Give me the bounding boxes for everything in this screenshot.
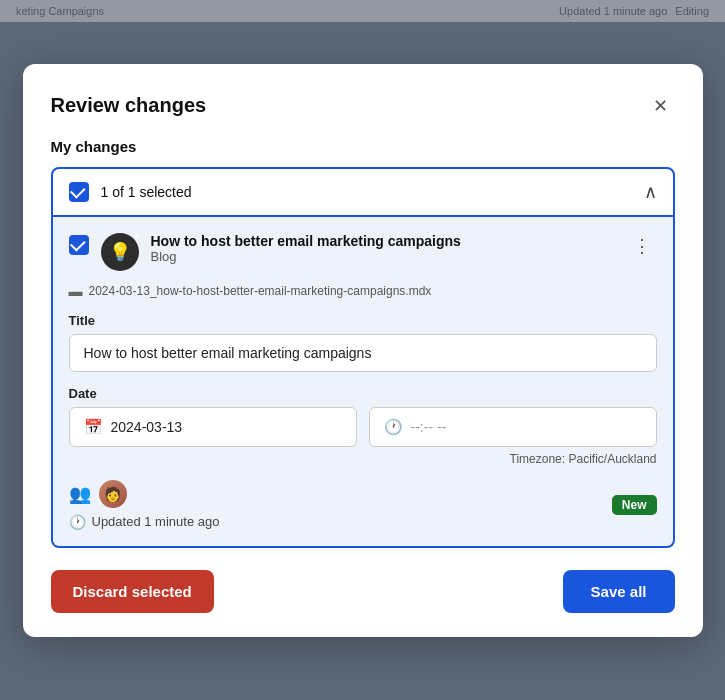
overlay: Review changes ✕ My changes 1 of 1 selec… bbox=[0, 0, 725, 700]
modal-header: Review changes ✕ bbox=[51, 92, 675, 120]
avatar: 🧑 bbox=[99, 480, 127, 508]
item-file: ▬ 2024-03-13_how-to-host-better-email-ma… bbox=[69, 283, 657, 299]
item-type: Blog bbox=[151, 249, 615, 264]
clock-icon: 🕐 bbox=[69, 514, 86, 530]
calendar-icon: 📅 bbox=[84, 418, 103, 436]
item-icon: 💡 ✦ bbox=[101, 233, 139, 271]
sparkles-icon: ✦ bbox=[133, 231, 141, 242]
date-input[interactable]: 📅 2024-03-13 bbox=[69, 407, 357, 447]
avatar-initials: 🧑 bbox=[104, 486, 121, 502]
bulb-icon: 💡 bbox=[109, 241, 131, 263]
chevron-up-icon[interactable]: ∧ bbox=[644, 181, 657, 203]
select-all-text: 1 of 1 selected bbox=[101, 184, 192, 200]
item-checkbox[interactable] bbox=[69, 235, 89, 255]
updated-time: Updated 1 minute ago bbox=[92, 514, 220, 529]
item-footer: 👥 🧑 🕐 Updated 1 minute ago New bbox=[69, 480, 657, 530]
footer-left: 👥 🧑 🕐 Updated 1 minute ago bbox=[69, 480, 220, 530]
file-path: 2024-03-13_how-to-host-better-email-mark… bbox=[89, 284, 432, 298]
title-input[interactable]: How to host better email marketing campa… bbox=[69, 334, 657, 372]
authors-icon: 👥 bbox=[69, 483, 91, 505]
select-all-row[interactable]: 1 of 1 selected ∧ bbox=[51, 167, 675, 217]
item-title-row: How to host better email marketing campa… bbox=[151, 233, 615, 249]
time-placeholder: --:-- -- bbox=[411, 419, 447, 435]
item-card: 💡 ✦ How to host better email marketing c… bbox=[51, 217, 675, 548]
item-name: How to host better email marketing campa… bbox=[151, 233, 461, 249]
date-field-label: Date bbox=[69, 386, 657, 401]
section-label: My changes bbox=[51, 138, 675, 155]
new-badge: New bbox=[612, 495, 657, 515]
date-time-row: 📅 2024-03-13 🕐 --:-- -- bbox=[69, 407, 657, 447]
review-changes-modal: Review changes ✕ My changes 1 of 1 selec… bbox=[23, 64, 703, 637]
title-field-section: Title How to host better email marketing… bbox=[69, 313, 657, 372]
title-field-label: Title bbox=[69, 313, 657, 328]
select-all-left: 1 of 1 selected bbox=[69, 182, 192, 202]
updated-row: 🕐 Updated 1 minute ago bbox=[69, 514, 220, 530]
modal-footer: Discard selected Save all bbox=[51, 570, 675, 613]
file-icon: ▬ bbox=[69, 283, 83, 299]
time-input[interactable]: 🕐 --:-- -- bbox=[369, 407, 657, 447]
close-button[interactable]: ✕ bbox=[647, 92, 675, 120]
date-value: 2024-03-13 bbox=[111, 419, 183, 435]
date-field-section: Date 📅 2024-03-13 🕐 --:-- -- Timezone: P… bbox=[69, 386, 657, 466]
clock-field-icon: 🕐 bbox=[384, 418, 403, 436]
select-all-checkbox[interactable] bbox=[69, 182, 89, 202]
title-value: How to host better email marketing campa… bbox=[84, 345, 372, 361]
author-row: 👥 🧑 bbox=[69, 480, 220, 508]
timezone-text: Timezone: Pacific/Auckland bbox=[69, 452, 657, 466]
close-icon: ✕ bbox=[653, 95, 668, 117]
modal-title: Review changes bbox=[51, 94, 207, 117]
item-meta: How to host better email marketing campa… bbox=[151, 233, 615, 264]
item-header: 💡 ✦ How to host better email marketing c… bbox=[69, 233, 657, 271]
discard-selected-button[interactable]: Discard selected bbox=[51, 570, 214, 613]
save-all-button[interactable]: Save all bbox=[563, 570, 675, 613]
more-options-button[interactable]: ⋮ bbox=[627, 233, 657, 259]
